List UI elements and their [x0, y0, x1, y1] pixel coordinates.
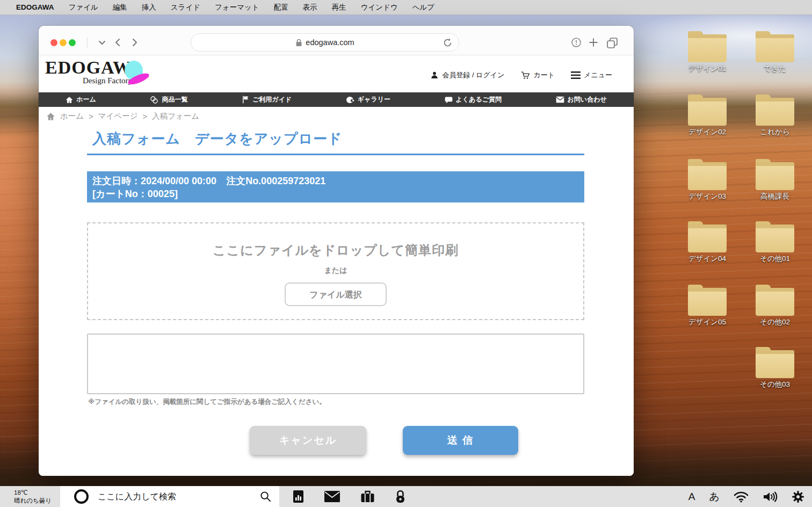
lock-icon [295, 39, 302, 47]
folder-label: これから [748, 127, 802, 137]
folder-icon [688, 159, 727, 190]
order-info-line1: 注文日時：2024/00/00 00:00 注文No.000259723021 [92, 175, 579, 187]
folder-label: 高橋課長 [748, 192, 802, 201]
zoom-window-button[interactable] [69, 39, 76, 46]
file-dropzone[interactable]: ここにファイルをドロップして簡単印刷 または ファイル選択 [87, 222, 584, 320]
desktop-folder[interactable]: 高橋課長 [748, 159, 802, 201]
home-icon [66, 96, 73, 104]
menu-format[interactable]: フォーマット [215, 3, 259, 12]
search-icon[interactable] [259, 490, 272, 503]
menu-app-name[interactable]: EDOGAWA [16, 3, 54, 11]
new-tab-icon[interactable] [588, 37, 599, 48]
folder-icon [756, 31, 794, 62]
tab-overview-icon[interactable] [606, 37, 618, 48]
folder-label: デザイン03 [680, 192, 734, 201]
settings-gear-icon[interactable] [792, 490, 804, 503]
reload-icon[interactable] [443, 38, 453, 48]
ime-latin-toggle[interactable]: A [688, 491, 695, 503]
submit-button[interactable]: 送 信 [403, 426, 518, 455]
dropzone-or-label: または [88, 266, 583, 276]
menu-window[interactable]: ウインドウ [361, 3, 398, 12]
toolbar-divider [87, 37, 88, 48]
folder-icon [756, 221, 794, 252]
weather-temp: 18℃ [14, 489, 60, 497]
folder-label: デザイン04 [680, 254, 734, 264]
menu-bar: EDOGAWA ファイル 編集 挿入 スライド フォーマット 配置 表示 再生 … [0, 0, 812, 15]
desktop-folder[interactable]: その他02 [748, 285, 802, 327]
folder-icon [756, 347, 794, 378]
folder-icon [688, 285, 727, 316]
browser-toolbar: edogawa.com [39, 26, 634, 55]
ime-kana-toggle[interactable]: あ [709, 490, 720, 504]
taskbar: 18℃ 晴れのち曇り A あ [0, 486, 812, 507]
page-title: 入稿フォーム データをアップロード [92, 129, 343, 148]
site-page: EDOGAWA Design Factory 会員登録 / ログイン カート [39, 55, 634, 476]
folder-label: デザイン01 [680, 64, 734, 74]
title-underline [87, 154, 584, 155]
url-text: edogawa.com [306, 38, 354, 47]
desktop-folder[interactable]: その他03 [748, 347, 802, 389]
folder-icon [756, 285, 794, 316]
menu-insert[interactable]: 挿入 [142, 3, 156, 12]
breadcrumb-home[interactable]: ホーム [60, 111, 84, 121]
menu-slide[interactable]: スライド [171, 3, 200, 12]
folder-icon [756, 95, 794, 126]
folder-icon [688, 31, 727, 62]
menu-help[interactable]: ヘルプ [412, 3, 434, 12]
desktop-folder[interactable]: デザイン03 [680, 159, 734, 201]
cancel-button[interactable]: キャンセル [250, 426, 366, 455]
minimize-window-button[interactable] [60, 39, 67, 46]
folder-label: デザイン05 [680, 317, 734, 327]
mail-app-icon[interactable] [324, 491, 340, 502]
instructions-textarea[interactable] [87, 334, 584, 394]
close-window-button[interactable] [50, 39, 57, 46]
folder-label: デザイン02 [680, 127, 734, 137]
folder-icon [688, 221, 727, 252]
page-content: 入稿フォーム データをアップロード 注文日時：2024/00/00 00:00 … [87, 55, 584, 476]
page-info-icon[interactable] [570, 37, 582, 48]
desktop-folder[interactable]: デザイン01 [680, 31, 734, 74]
url-bar[interactable]: edogawa.com [191, 33, 459, 52]
breadcrumb-home-icon [46, 112, 55, 121]
file-select-button[interactable]: ファイル選択 [285, 283, 387, 306]
back-icon[interactable] [112, 37, 124, 48]
wifi-icon[interactable] [734, 491, 749, 503]
order-info-line2: [カートNo：00025] [92, 187, 579, 200]
taskbar-search[interactable] [60, 486, 279, 507]
weather-widget[interactable]: 18℃ 晴れのち曇り [0, 489, 60, 505]
desktop-folder[interactable]: デザイン02 [680, 95, 734, 137]
report-doc-icon[interactable] [293, 490, 304, 503]
briefcase-icon[interactable] [360, 490, 375, 503]
taskbar-pinned-apps [293, 486, 405, 507]
folder-label: その他03 [748, 380, 802, 389]
menu-view[interactable]: 表示 [303, 3, 317, 12]
folder-icon [756, 159, 794, 190]
weather-condition: 晴れのち曇り [14, 497, 60, 505]
browser-window: edogawa.com EDOGAWA Design Factory [39, 26, 634, 476]
forward-icon[interactable] [129, 37, 141, 48]
menu-label: メニュー [584, 70, 612, 80]
menu-edit[interactable]: 編集 [113, 3, 127, 12]
menu-play[interactable]: 再生 [332, 3, 346, 12]
desktop-folder[interactable]: デザイン05 [680, 285, 734, 327]
taskbar-tray: A あ [688, 486, 804, 507]
menu-file[interactable]: ファイル [69, 3, 98, 12]
instructions-note: ※ファイルの取り扱い、掲載箇所に関してご指示がある場合ご記入ください。 [88, 397, 326, 407]
desktop-folder[interactable]: これから [748, 95, 802, 137]
lock-app-icon[interactable] [395, 490, 405, 504]
chevron-down-icon[interactable] [96, 37, 108, 48]
volume-icon[interactable] [763, 491, 778, 503]
folder-label: その他01 [748, 254, 802, 264]
desktop-folder[interactable]: その他01 [748, 221, 802, 264]
order-info-box: 注文日時：2024/00/00 00:00 注文No.000259723021 … [87, 171, 584, 202]
menu-arrange[interactable]: 配置 [274, 3, 288, 12]
assistant-circle-icon[interactable] [74, 489, 89, 504]
search-input[interactable] [98, 492, 232, 502]
dropzone-heading: ここにファイルをドロップして簡単印刷 [88, 242, 583, 259]
desktop-folder[interactable]: できた [748, 31, 802, 74]
folder-label: できた [748, 64, 802, 74]
desktop-folder[interactable]: デザイン04 [680, 221, 734, 264]
folder-label: その他02 [748, 317, 802, 327]
folder-icon [688, 95, 727, 126]
